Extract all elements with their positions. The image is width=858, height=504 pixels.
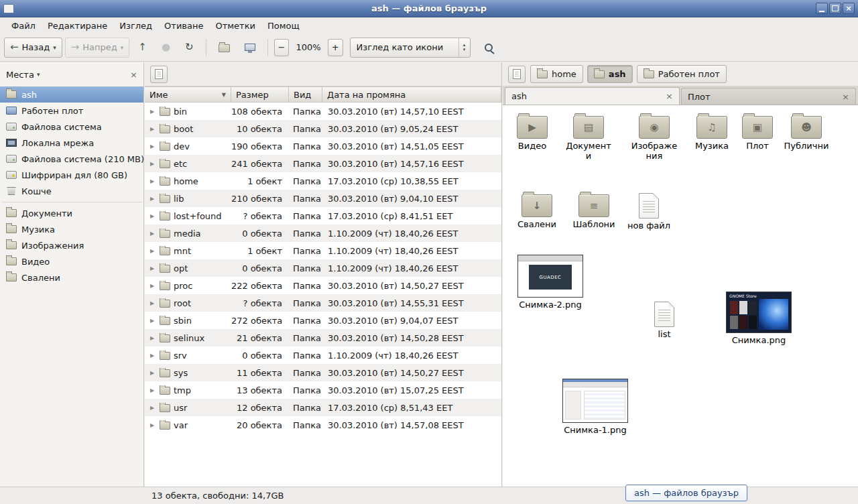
table-row[interactable]: ▶ boot 10 обекта Папка 30.03.2010 (вт) 9… bbox=[145, 120, 501, 137]
icon-item[interactable]: Свалени bbox=[512, 194, 562, 230]
expander-icon[interactable]: ▶ bbox=[150, 387, 156, 393]
table-row[interactable]: ▶ bin 108 обекта Папка 30.03.2010 (вт) 1… bbox=[145, 103, 501, 120]
expander-icon[interactable]: ▶ bbox=[150, 335, 156, 341]
icon-item[interactable]: нов файл bbox=[624, 193, 674, 231]
table-row[interactable]: ▶ proc 222 обекта Папка 30.03.2010 (вт) … bbox=[145, 277, 501, 294]
expander-icon[interactable]: ▶ bbox=[150, 265, 156, 271]
expander-icon[interactable]: ▶ bbox=[150, 213, 156, 219]
expander-icon[interactable]: ▶ bbox=[150, 353, 156, 359]
menu-item[interactable]: Отметки bbox=[209, 19, 261, 32]
expander-icon[interactable]: ▶ bbox=[150, 422, 156, 428]
icon-item[interactable]: Документи bbox=[564, 116, 613, 162]
sidebar-place-item[interactable]: Видео bbox=[0, 253, 143, 269]
table-row[interactable]: ▶ sbin 272 обекта Папка 30.03.2010 (вт) … bbox=[145, 312, 501, 329]
sidebar-place-item[interactable]: Файлова система (210 MB) bbox=[0, 151, 143, 167]
sidebar-place-item[interactable]: Файлова система bbox=[0, 119, 143, 135]
icon-item[interactable]: Плот bbox=[733, 116, 782, 151]
column-header-size[interactable]: Размер bbox=[231, 86, 289, 103]
icon-item[interactable]: Музика bbox=[687, 116, 737, 151]
expander-icon[interactable]: ▶ bbox=[150, 143, 156, 149]
chevron-down-icon[interactable]: ▾ bbox=[37, 71, 40, 78]
expander-icon[interactable]: ▶ bbox=[150, 318, 156, 324]
expander-icon[interactable]: ▶ bbox=[150, 178, 156, 184]
expander-icon[interactable]: ▶ bbox=[150, 196, 156, 202]
table-row[interactable]: ▶ lost+found ? обекта Папка 17.03.2010 (… bbox=[145, 207, 501, 225]
table-row[interactable]: ▶ tmp 13 обекта Папка 30.03.2010 (вт) 15… bbox=[145, 381, 501, 399]
sidebar-place-item[interactable]: Шифриран дял (80 GB) bbox=[0, 167, 143, 183]
expander-icon[interactable]: ▶ bbox=[150, 126, 156, 132]
menu-item[interactable]: Редактиране bbox=[42, 19, 113, 32]
stop-button[interactable]: ● bbox=[156, 38, 176, 58]
expander-icon[interactable]: ▶ bbox=[150, 109, 156, 115]
reload-button[interactable]: ↻ bbox=[179, 38, 200, 58]
sidebar-place-item[interactable]: ash bbox=[0, 86, 143, 103]
zoom-out-button[interactable]: − bbox=[274, 39, 290, 56]
column-header-type[interactable]: Вид bbox=[289, 86, 322, 103]
table-row[interactable]: ▶ home 1 обект Папка 17.03.2010 (ср) 10,… bbox=[145, 172, 501, 190]
chevron-down-icon: ▾ bbox=[121, 44, 124, 51]
tab-close-icon[interactable]: × bbox=[842, 92, 849, 101]
zoom-in-button[interactable]: + bbox=[328, 39, 343, 56]
menu-item[interactable]: Изглед bbox=[113, 19, 158, 32]
sidebar-place-item[interactable]: Изображения bbox=[0, 237, 143, 253]
sidebar-place-item[interactable]: Свалени bbox=[0, 269, 143, 286]
minimize-button[interactable] bbox=[816, 3, 828, 14]
column-header-date[interactable]: Дата на промяна bbox=[322, 86, 501, 103]
expander-icon[interactable]: ▶ bbox=[150, 370, 156, 376]
maximize-button[interactable] bbox=[829, 3, 841, 14]
sidebar-place-item[interactable]: Музика bbox=[0, 221, 143, 237]
icon-item[interactable]: Видео bbox=[507, 116, 557, 151]
icon-item[interactable]: GUADEC Снимка-2.png bbox=[515, 255, 585, 310]
taskbar-window-button[interactable]: ash — файлов браузър bbox=[625, 485, 747, 501]
menu-item[interactable]: Помощ bbox=[261, 19, 306, 32]
icon-item[interactable]: GNOME Store Снимка.png bbox=[724, 292, 794, 346]
sidebar-place-item[interactable]: Работен плот bbox=[0, 103, 143, 119]
expander-icon[interactable]: ▶ bbox=[150, 300, 156, 306]
view-mode-select[interactable]: Изглед като икони ▴▾ bbox=[350, 38, 471, 58]
table-row[interactable]: ▶ media 0 обекта Папка 1.10.2009 (чт) 18… bbox=[145, 225, 501, 242]
pane-toggle-button[interactable] bbox=[150, 66, 168, 83]
icon-item[interactable]: Снимка-1.png bbox=[560, 379, 630, 436]
tab[interactable]: Плот × bbox=[681, 88, 856, 105]
table-row[interactable]: ▶ var 20 обекта Папка 30.03.2010 (вт) 14… bbox=[145, 416, 501, 434]
tab-close-icon[interactable]: × bbox=[666, 92, 673, 101]
home-folder-button[interactable] bbox=[212, 38, 236, 58]
table-row[interactable]: ▶ usr 12 обекта Папка 17.03.2010 (ср) 8,… bbox=[145, 399, 501, 416]
table-row[interactable]: ▶ lib 210 обекта Папка 30.03.2010 (вт) 9… bbox=[145, 190, 501, 207]
back-button[interactable]: ← Назад ▾ bbox=[4, 38, 62, 58]
table-row[interactable]: ▶ sys 11 обекта Папка 30.03.2010 (вт) 14… bbox=[145, 364, 501, 381]
path-button[interactable]: home bbox=[530, 65, 583, 83]
computer-button[interactable] bbox=[239, 38, 261, 58]
search-button[interactable] bbox=[479, 38, 499, 58]
table-row[interactable]: ▶ root ? обекта Папка 30.03.2010 (вт) 14… bbox=[145, 294, 501, 312]
forward-button[interactable]: → Напред ▾ bbox=[65, 38, 130, 58]
expander-icon[interactable]: ▶ bbox=[150, 161, 156, 167]
expander-icon[interactable]: ▶ bbox=[150, 405, 156, 411]
menu-item[interactable]: Отиване bbox=[158, 19, 209, 32]
pane-toggle-button[interactable] bbox=[508, 66, 526, 83]
icon-item[interactable]: Публични bbox=[782, 116, 831, 151]
path-button[interactable]: ash bbox=[587, 65, 633, 83]
column-header-name[interactable]: Име ▼ bbox=[145, 86, 231, 103]
table-row[interactable]: ▶ mnt 1 обект Папка 1.10.2009 (чт) 18,40… bbox=[145, 242, 501, 259]
up-button[interactable]: ↑ bbox=[132, 38, 153, 58]
sidebar-close-icon[interactable]: × bbox=[130, 70, 137, 79]
close-button[interactable]: × bbox=[843, 3, 855, 14]
sidebar-place-item[interactable]: Документи bbox=[0, 205, 143, 221]
expander-icon[interactable]: ▶ bbox=[150, 283, 156, 289]
sidebar-place-item[interactable]: Кошче bbox=[0, 183, 143, 199]
icon-item[interactable]: Шаблони bbox=[569, 194, 619, 230]
menu-item[interactable]: Файл bbox=[5, 19, 42, 32]
path-button[interactable]: Работен плот bbox=[637, 65, 727, 83]
table-row[interactable]: ▶ opt 0 обекта Папка 1.10.2009 (чт) 18,4… bbox=[145, 259, 501, 277]
expander-icon[interactable]: ▶ bbox=[150, 248, 156, 254]
table-row[interactable]: ▶ etc 241 обекта Папка 30.03.2010 (вт) 1… bbox=[145, 155, 501, 172]
expander-icon[interactable]: ▶ bbox=[150, 231, 156, 237]
sidebar-place-item[interactable]: Локална мрежа bbox=[0, 135, 143, 151]
table-row[interactable]: ▶ dev 190 обекта Папка 30.03.2010 (вт) 1… bbox=[145, 137, 501, 155]
table-row[interactable]: ▶ srv 0 обекта Папка 1.10.2009 (чт) 18,4… bbox=[145, 346, 501, 364]
icon-item[interactable]: list bbox=[639, 302, 689, 340]
tab[interactable]: ash × bbox=[505, 87, 680, 105]
icon-item[interactable]: Изображения bbox=[629, 116, 679, 162]
table-row[interactable]: ▶ selinux 21 обекта Папка 30.03.2010 (вт… bbox=[145, 329, 501, 346]
